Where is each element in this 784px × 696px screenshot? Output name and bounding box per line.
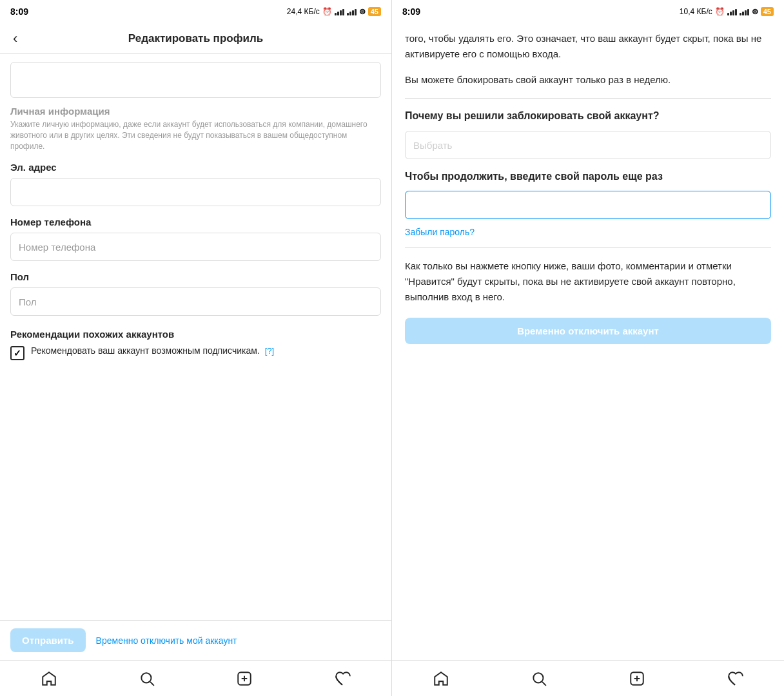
- recommend-checkbox[interactable]: ✓: [10, 346, 24, 360]
- svg-line-1: [150, 681, 154, 685]
- bottom-note-text: Как только вы нажмете кнопку ниже, ваши …: [405, 258, 771, 305]
- add-nav-left[interactable]: [236, 670, 253, 687]
- page-title: Редактировать профиль: [128, 32, 263, 45]
- svg-line-6: [542, 681, 546, 685]
- edit-profile-header: ‹ Редактировать профиль: [0, 23, 391, 54]
- help-badge[interactable]: [?]: [265, 346, 274, 356]
- email-input[interactable]: [10, 178, 381, 206]
- divider-1: [405, 98, 771, 99]
- back-button[interactable]: ‹: [10, 29, 20, 48]
- gender-input[interactable]: Пол: [10, 287, 381, 316]
- personal-info-desc: Укажите личную информацию, даже если акк…: [10, 119, 381, 151]
- search-nav-right[interactable]: [531, 670, 547, 687]
- wifi-icon-right: ⊜: [752, 7, 758, 16]
- speed-left: 24,4 КБ/с: [287, 7, 320, 16]
- intro-text-1: того, чтобы удалять его. Это означает, ч…: [405, 31, 771, 62]
- signal-bars-1: [335, 8, 344, 15]
- reason-select[interactable]: Выбрать: [405, 131, 771, 159]
- home-nav-right[interactable]: [433, 670, 449, 687]
- signal-bars-4: [740, 8, 749, 15]
- forgot-password-link[interactable]: Забыли пароль?: [405, 227, 771, 237]
- phone-input[interactable]: Номер телефона: [10, 233, 381, 261]
- signal-bars-2: [347, 8, 357, 15]
- bio-input[interactable]: [10, 62, 381, 98]
- alarm-icon-right: ⏰: [715, 7, 725, 16]
- right-panel: 8:09 10,4 КБ/с ⏰ ⊜ 45 того, чтобы удалят…: [392, 0, 784, 696]
- gender-label: Пол: [10, 271, 381, 282]
- battery-right: 45: [761, 7, 774, 16]
- wifi-icon: ⊜: [359, 7, 366, 16]
- status-bar-left: 8:09 24,4 КБ/с ⏰ ⊜ 45: [0, 0, 391, 23]
- disable-account-link[interactable]: Временно отключить мой аккаунт: [96, 635, 237, 646]
- search-nav-left[interactable]: [139, 670, 155, 687]
- block-question-title: Почему вы решили заблокировать свой акка…: [405, 109, 771, 123]
- email-label: Эл. адрес: [10, 162, 381, 173]
- left-panel: 8:09 24,4 КБ/с ⏰ ⊜ 45 ‹ Редактировать пр…: [0, 0, 392, 696]
- bottom-nav-left: [0, 660, 391, 696]
- status-time-left: 8:09: [10, 6, 28, 17]
- password-label: Чтобы продолжить, введите свой пароль ещ…: [405, 169, 771, 184]
- add-nav-right[interactable]: [629, 670, 645, 687]
- divider-2: [405, 247, 771, 248]
- status-icons-left: 24,4 КБ/с ⏰ ⊜ 45: [287, 7, 381, 16]
- submit-button[interactable]: Отправить: [10, 628, 86, 652]
- status-bar-right: 8:09 10,4 КБ/с ⏰ ⊜ 45: [392, 0, 784, 23]
- right-scroll-content: того, чтобы удалять его. Это означает, ч…: [392, 23, 784, 660]
- phone-label: Номер телефона: [10, 217, 381, 227]
- intro-text-2: Вы можете блокировать свой аккаунт тольк…: [405, 72, 771, 88]
- recommendations-row: ✓ Рекомендовать ваш аккаунт возможным по…: [10, 345, 381, 360]
- svg-point-0: [141, 673, 151, 682]
- left-footer: Отправить Временно отключить мой аккаунт: [0, 620, 391, 660]
- home-nav-left[interactable]: [41, 670, 57, 687]
- alarm-icon: ⏰: [322, 7, 332, 16]
- heart-nav-right[interactable]: [727, 670, 743, 687]
- disable-account-button[interactable]: Временно отключить аккаунт: [405, 318, 771, 344]
- battery-left: 45: [368, 7, 381, 16]
- bottom-nav-right: [392, 660, 784, 696]
- password-input[interactable]: [405, 191, 771, 219]
- status-icons-right: 10,4 КБ/с ⏰ ⊜ 45: [680, 7, 774, 16]
- recommend-text: Рекомендовать ваш аккаунт возможным подп…: [31, 345, 274, 358]
- personal-info-title: Личная информация: [10, 106, 381, 117]
- status-time-right: 8:09: [402, 6, 420, 17]
- svg-point-5: [533, 673, 543, 682]
- left-scroll-content: Личная информация Укажите личную информа…: [0, 54, 391, 620]
- speed-right: 10,4 КБ/с: [680, 7, 712, 16]
- signal-bars-3: [727, 8, 737, 15]
- heart-nav-left[interactable]: [334, 670, 351, 687]
- recommendations-title: Рекомендации похожих аккаунтов: [10, 329, 381, 340]
